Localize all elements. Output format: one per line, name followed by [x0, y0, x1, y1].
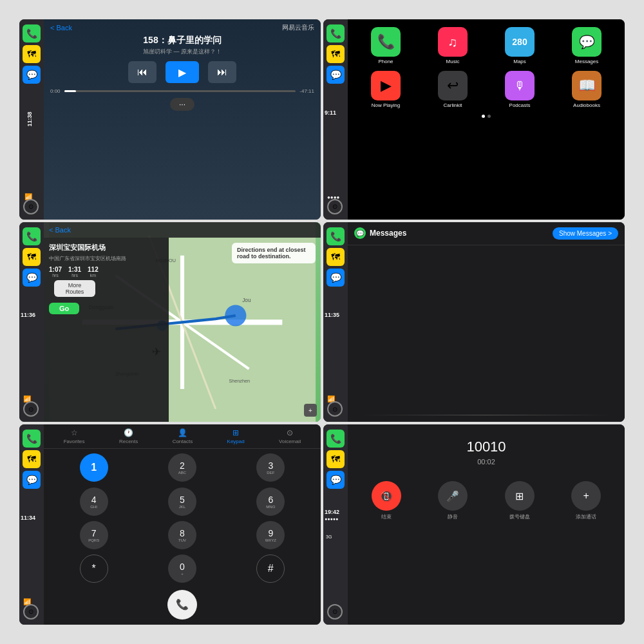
show-messages-button[interactable]: Show Messages >	[553, 227, 618, 240]
call-sidebar-map: 🗺	[327, 450, 345, 468]
maps-info-panel: 深圳宝安国际机场 中国广东省深圳市宝安区机场南路 1:07 hrs 1:31 h…	[44, 238, 169, 422]
key-1[interactable]: 1	[80, 453, 108, 482]
phone-sidebar-phone: 📞	[23, 430, 41, 448]
music-icon: ♫	[438, 27, 468, 57]
app-grid: 📞 Phone ♫ Music 280 Maps 💬 Messages ▶	[353, 24, 620, 111]
call-duration: 00:02	[477, 458, 495, 466]
phone-tabs: ☆ Favorites 🕐 Recents 👤 Contacts ⊞ Keypa…	[44, 424, 321, 449]
audiobooks-icon: 📖	[572, 71, 601, 100]
music-back-button[interactable]: < Back	[50, 24, 72, 32]
home-sidebar: 📞 🗺 💬 9:11 ●●●● ⊙	[323, 19, 348, 220]
call-sidebar-phone: 📞	[327, 430, 345, 448]
call-sidebar: 📞 🗺 💬 19:42 3G ●●●●● ⊙	[323, 424, 348, 625]
song-title: 158：鼻子里的学问	[50, 35, 314, 46]
add-call-button[interactable]: +	[571, 481, 601, 511]
app-phone[interactable]: 📞 Phone	[355, 27, 416, 64]
add-call-label: 添加通话	[576, 513, 596, 520]
mute-button[interactable]: 🎤	[438, 481, 468, 511]
page-dots	[353, 115, 620, 118]
map-view[interactable]: Directions end at closest road to destin…	[169, 238, 321, 422]
map-expand-button[interactable]: +	[304, 404, 317, 417]
key-8[interactable]: 8TUV	[168, 521, 196, 549]
play-button[interactable]: ▶	[166, 61, 199, 83]
podcasts-icon: 🎙	[505, 71, 535, 100]
key-9[interactable]: 9WXYZ	[256, 521, 285, 549]
key-hash[interactable]: #	[256, 554, 285, 583]
key-5[interactable]: 5JKL	[168, 488, 196, 516]
tab-contacts[interactable]: 👤 Contacts	[173, 428, 193, 444]
messages-title-row: 💬 Messages	[354, 227, 406, 239]
key-2[interactable]: 2ABC	[168, 453, 196, 482]
music-home-btn[interactable]: ⊙	[23, 199, 39, 214]
keypad-grid: 1 2ABC 3DEF 4GHI 5JKL 6MNO 7PQRS 8TUV 9W…	[44, 449, 321, 587]
more-options-button[interactable]: ···	[170, 98, 194, 111]
phone-sidebar-msg: 💬	[23, 471, 41, 489]
podcasts-label: Podcasts	[509, 102, 531, 108]
msg-sidebar-map: 🗺	[327, 248, 345, 266]
phone-sidebar-map: 🗺	[23, 450, 41, 468]
voicemail-label: Voicemail	[279, 439, 301, 444]
maps-back-button[interactable]: < Back	[49, 226, 71, 234]
keypad-c-label: 拨号键盘	[509, 513, 530, 520]
end-call-label: 结束	[381, 513, 392, 520]
app-music[interactable]: ♫ Music	[422, 27, 483, 64]
phone-icon: 📞	[371, 27, 401, 57]
tab-keypad[interactable]: ⊞ Keypad	[227, 428, 245, 444]
msg-sidebar-phone: 📞	[327, 227, 345, 245]
key-4[interactable]: 4GHI	[80, 488, 108, 516]
home-sidebar-phone: 📞	[327, 24, 345, 43]
messages-icon: 💬	[572, 27, 601, 57]
messages-header: 💬 Messages Show Messages >	[348, 222, 625, 245]
fast-forward-button[interactable]: ⏭	[208, 61, 236, 83]
key-7[interactable]: 7PQRS	[80, 521, 108, 549]
msg-home-btn[interactable]: ⊙	[327, 401, 343, 417]
audiobooks-label: Audiobooks	[573, 102, 600, 108]
msg-time: 11:35	[325, 312, 339, 318]
phone-home-btn[interactable]: ⊙	[23, 604, 39, 620]
key-3[interactable]: 3DEF	[256, 453, 285, 482]
app-messages[interactable]: 💬 Messages	[556, 27, 617, 64]
maps-content: Dongguan Jou Zhongshan Shenzhen NGZHOU ✈…	[44, 222, 321, 422]
recents-icon: 🕐	[124, 428, 133, 437]
voicemail-icon: ⊙	[287, 428, 293, 437]
call-keypad-button[interactable]: ⊞	[505, 481, 535, 511]
end-call-button[interactable]: 📵	[372, 481, 401, 511]
tab-voicemail[interactable]: ⊙ Voicemail	[279, 428, 301, 444]
home-time: 9:11	[325, 109, 336, 116]
home-btn[interactable]: ⊙	[327, 199, 343, 214]
carlinkit-icon: ↩	[438, 71, 468, 100]
contacts-icon: 👤	[178, 428, 187, 437]
phone-time: 11:34	[21, 515, 35, 521]
key-0[interactable]: 0+	[168, 554, 196, 583]
eta-dist: 1:31 hrs	[68, 266, 81, 278]
app-audiobooks[interactable]: 📖 Audiobooks	[556, 71, 617, 108]
call-button[interactable]: 📞	[167, 590, 197, 620]
more-routes-button[interactable]: More Routes	[54, 280, 95, 297]
phone-label: Phone	[378, 59, 393, 64]
rewind-button[interactable]: ⏮	[128, 61, 156, 83]
home-sidebar-msg: 💬	[327, 66, 345, 84]
key-6[interactable]: 6MNO	[256, 488, 285, 516]
app-nowplaying[interactable]: ▶ Now Playing	[355, 71, 416, 108]
time-start: 0:00	[50, 88, 61, 94]
maps-panel: 📞 🗺 💬 11:36 📶 ⊙	[19, 222, 321, 422]
maps-sidebar: 📞 🗺 💬 11:36 📶 ⊙	[19, 222, 44, 422]
go-button[interactable]: Go	[49, 303, 79, 314]
tab-favorites[interactable]: ☆ Favorites	[64, 428, 85, 444]
favorites-icon: ☆	[71, 428, 78, 437]
sidebar-msg-icon: 💬	[23, 66, 41, 84]
app-carlinkit[interactable]: ↩ Carlinkit	[422, 71, 483, 108]
maps-home-btn[interactable]: ⊙	[23, 401, 39, 417]
music-top-bar: < Back 网易云音乐	[50, 23, 314, 32]
call-home-btn[interactable]: ⊙	[327, 604, 343, 620]
app-podcasts[interactable]: 🎙 Podcasts	[489, 71, 550, 108]
app-maps[interactable]: 280 Maps	[489, 27, 550, 64]
progress-track[interactable]	[64, 90, 296, 92]
carlinkit-label: Carlinkit	[444, 102, 462, 108]
direction-box: Directions end at closest road to destin…	[232, 243, 316, 263]
recents-label: Recents	[119, 439, 138, 444]
tab-recents[interactable]: 🕐 Recents	[119, 428, 138, 444]
key-star[interactable]: *	[80, 554, 108, 583]
home-sidebar-map: 🗺	[327, 45, 345, 63]
msg-sidebar-msg: 💬	[327, 269, 345, 287]
